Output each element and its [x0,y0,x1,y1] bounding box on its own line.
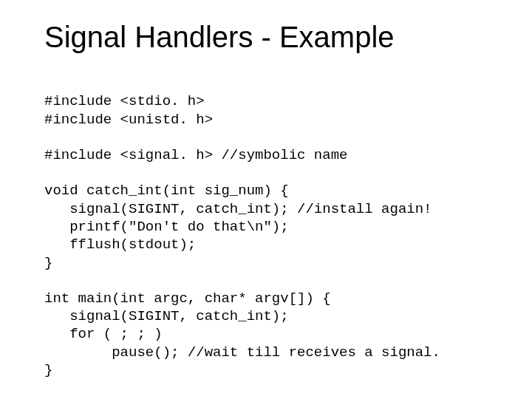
blank-line [44,129,495,146]
code-line: #include <stdio. h> [44,93,205,109]
code-line: pause(); //wait till receives a signal. [44,344,440,361]
code-line: } [44,255,52,271]
code-line: void catch_int(int sig_num) { [44,183,289,199]
code-line: int main(int argc, char* argv[]) { [44,290,331,307]
page-title: Signal Handlers - Example [44,21,495,54]
code-line: for ( ; ; ) [44,326,163,342]
code-line: #include <unistd. h> [44,112,213,128]
code-line: #include <signal. h> //symbolic name [44,147,347,163]
code-line: printf("Don't do that\n"); [44,219,289,235]
blank-line [44,272,495,290]
code-line: signal(SIGINT, catch_int); [44,308,289,324]
code-line: } [44,362,52,378]
code-line: fflush(stdout); [44,236,196,253]
slide: Signal Handlers - Example #include <stdi… [0,0,532,399]
code-block: #include <stdio. h> #include <unistd. h>… [44,75,495,398]
code-line: signal(SIGINT, catch_int); //install aga… [44,201,432,217]
blank-line [44,164,495,182]
